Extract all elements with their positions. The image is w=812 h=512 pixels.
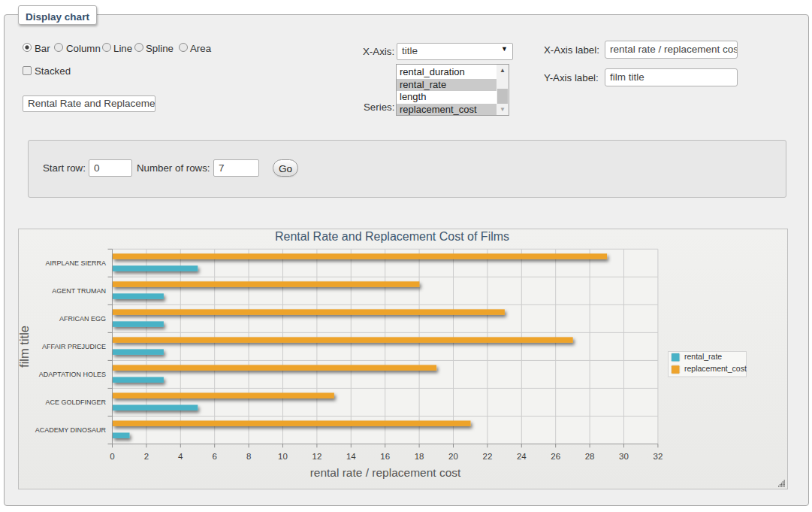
svg-text:6: 6 (212, 452, 216, 461)
svg-text:18: 18 (415, 452, 424, 461)
svg-text:film title: film title (18, 326, 31, 368)
svg-text:AFFAIR PREJUDICE: AFFAIR PREJUDICE (42, 343, 106, 350)
svg-text:10: 10 (278, 452, 288, 461)
svg-text:ADAPTATION HOLES: ADAPTATION HOLES (39, 371, 106, 378)
svg-text:AIRPLANE SIERRA: AIRPLANE SIERRA (45, 259, 106, 267)
svg-text:24: 24 (517, 452, 527, 461)
svg-text:8: 8 (246, 452, 251, 461)
svg-text:14: 14 (346, 452, 356, 461)
svg-text:30: 30 (619, 452, 629, 461)
svg-text:Rental Rate and Replacement Co: Rental Rate and Replacement Cost of Film… (275, 230, 509, 243)
svg-text:20: 20 (448, 452, 458, 461)
svg-text:2: 2 (144, 452, 149, 461)
svg-text:4: 4 (178, 452, 183, 461)
svg-text:rental_rate: rental_rate (684, 352, 722, 361)
svg-text:AFRICAN EGG: AFRICAN EGG (59, 315, 106, 323)
svg-text:12: 12 (312, 452, 322, 461)
svg-text:16: 16 (380, 452, 390, 461)
svg-text:ACE GOLDFINGER: ACE GOLDFINGER (45, 398, 106, 406)
svg-text:32: 32 (654, 452, 663, 461)
svg-text:22: 22 (483, 452, 493, 461)
svg-text:AGENT TRUMAN: AGENT TRUMAN (52, 287, 106, 295)
svg-text:replacement_cost: replacement_cost (684, 364, 747, 373)
svg-text:0: 0 (110, 452, 114, 461)
svg-text:26: 26 (551, 452, 560, 461)
svg-text:28: 28 (585, 452, 595, 461)
svg-text:ACADEMY DINOSAUR: ACADEMY DINOSAUR (35, 426, 107, 434)
svg-text:rental rate / replacement cost: rental rate / replacement cost (310, 466, 461, 479)
